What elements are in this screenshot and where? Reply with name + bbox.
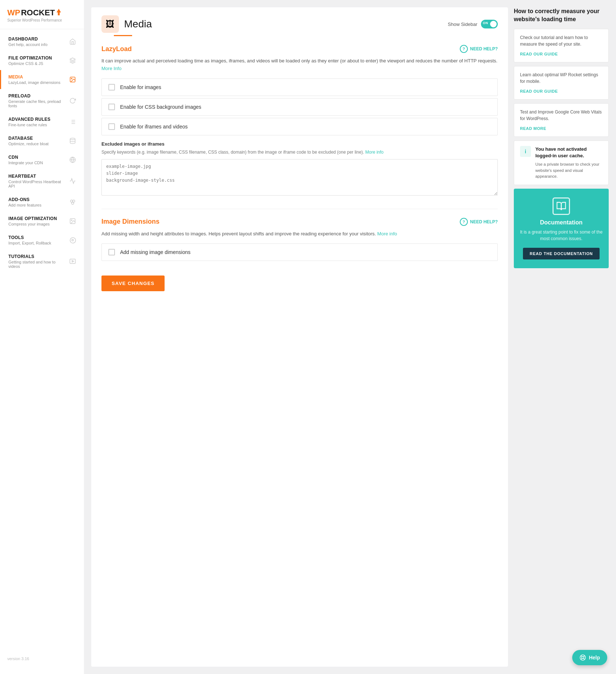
center-panel: 🖼 Media Show Sidebar ON LazyLoad ? NEE [91,7,508,667]
sidebar-item-add-ons[interactable]: ADD-ONS Add more features [0,193,84,212]
help-float-button[interactable]: Help [572,650,607,665]
info-card-2-text: Test and Improve Google Core Web Vitals … [520,109,602,122]
info-card-2-link[interactable]: READ MORE [520,126,546,131]
svg-line-23 [581,656,582,657]
checkbox-enable-css-bg[interactable]: Enable for CSS background images [101,98,498,116]
home-icon [69,38,77,46]
sidebar-item-advanced-rules[interactable]: ADVANCED RULES Fine-tune cache rules [0,112,84,131]
svg-point-3 [71,78,72,79]
info-card-1: Learn about optimal WP Rocket settings f… [514,66,609,100]
addon-icon [69,198,77,206]
lazyload-need-help[interactable]: ? NEED HELP? [460,45,498,53]
svg-point-13 [70,200,73,202]
checkbox-box-iframes [108,123,115,130]
book-icon [553,197,570,215]
docs-button[interactable]: READ THE DOCUMENTATION [523,248,599,259]
sidebar-item-file-optimization[interactable]: FILE OPTIMIZATION Optimize CSS & JS [0,51,84,70]
nav-items: DASHBOARD Get help, account info FILE OP… [0,29,84,651]
help-circle-icon-2: ? [460,218,468,226]
docs-desc: It is a great starting point to fix some… [520,229,603,242]
info-card-0-text: Check our tutorial and learn how to meas… [520,34,602,47]
info-card-0-link[interactable]: READ OUR GUIDE [520,52,558,56]
svg-point-14 [73,200,75,202]
sidebar-item-tools[interactable]: TOOLS Import, Export, Rollback [0,231,84,250]
excluded-more-info-link[interactable]: More info [365,150,384,155]
svg-marker-0 [57,9,61,15]
image-dimensions-more-info-link[interactable]: More info [377,231,397,236]
svg-rect-19 [70,259,76,263]
excluded-title: Excluded images or iframes [101,141,498,147]
svg-line-25 [584,656,585,657]
checkbox-box-css-bg [108,104,115,110]
warning-subtitle: Use a private browser to check your webs… [535,161,602,180]
sidebar-item-tutorials[interactable]: TUTORIALS Getting started and how to vid… [0,250,84,273]
info-card-2: Test and Improve Google Core Web Vitals … [514,103,609,137]
svg-line-24 [584,658,585,659]
excluded-desc: Specify keywords (e.g. image filename, C… [101,149,498,155]
refresh-icon [69,97,77,105]
lazyload-title: LazyLoad [101,45,132,53]
sidebar: WP ROCKET Superior WordPress Performance… [0,0,84,674]
svg-marker-1 [70,58,76,61]
video-icon [69,257,77,265]
lazyload-header: LazyLoad ? NEED HELP? [101,45,498,53]
show-sidebar-area: Show Sidebar ON [448,20,498,28]
checkbox-label-images: Enable for images [120,84,161,90]
excluded-section: Excluded images or iframes Specify keywo… [101,141,498,197]
image-dimensions-header: Image Dimensions ? NEED HELP? [101,218,498,226]
version-label: version 3.16 [0,651,84,667]
toggle-knob [490,21,497,27]
sidebar-item-cdn[interactable]: CDN Integrate your CDN [0,150,84,169]
checkbox-enable-iframes[interactable]: Enable for iframes and videos [101,118,498,135]
info-card-1-link[interactable]: READ OUR GUIDE [520,89,558,93]
warning-card: i You have not activated logged-in user … [514,140,609,185]
sidebar-item-dashboard[interactable]: DASHBOARD Get help, account info [0,32,84,51]
help-circle-icon: ? [460,45,468,53]
info-card-0: Check our tutorial and learn how to meas… [514,29,609,62]
excluded-textarea[interactable] [101,159,498,196]
layers-icon [69,57,77,65]
lazyload-section: LazyLoad ? NEED HELP? It can improve act… [101,45,498,197]
image-icon [69,76,77,84]
sidebar-item-media[interactable]: MEDIA LazyLoad, image dimensions [0,70,84,89]
page-title-area: 🖼 Media [101,15,152,33]
panel-content: LazyLoad ? NEED HELP? It can improve act… [91,36,508,300]
help-float-label: Help [589,655,600,660]
svg-point-15 [72,202,74,204]
checkbox-label-dimensions: Add missing image dimensions [120,249,190,255]
save-changes-button[interactable]: SAVE CHANGES [101,276,165,291]
lazyload-desc: It can improve actual and perceived load… [101,57,498,73]
image-dimensions-title: Image Dimensions [101,218,159,226]
warning-title: You have not activated logged-in user ca… [535,146,602,159]
toggle-switch[interactable]: ON [481,20,498,28]
docs-card: Documentation It is a great starting poi… [514,189,609,268]
sidebar-item-database[interactable]: DATABASE Optimize, reduce bloat [0,131,84,150]
checkbox-enable-images[interactable]: Enable for images [101,78,498,96]
sidebar-item-heartbeat[interactable]: HEARTBEAT Control WordPress Heartbeat AP… [0,169,84,193]
toggle-on-label: ON [483,21,488,25]
checkbox-label-iframes: Enable for iframes and videos [120,124,188,130]
image-dimensions-section: Image Dimensions ? NEED HELP? Add missin… [101,218,498,261]
section-divider [101,209,498,209]
page-title: Media [124,18,152,30]
sidebar-item-preload[interactable]: PRELOAD Generate cache files, preload fo… [0,89,84,112]
database-icon [69,137,77,145]
docs-title: Documentation [520,219,603,226]
sidebar-item-image-optimization[interactable]: IMAGE OPTIMIZATION Compress your images [0,212,84,231]
checkbox-box-images [108,84,115,90]
checkbox-add-missing-dimensions[interactable]: Add missing image dimensions [101,243,498,261]
page-icon: 🖼 [101,15,119,33]
page-header: 🖼 Media Show Sidebar ON [91,7,508,33]
rocket-icon [57,9,61,17]
list-icon [69,118,77,126]
info-card-1-text: Learn about optimal WP Rocket settings f… [520,72,602,85]
logo-area: WP ROCKET Superior WordPress Performance [0,0,84,29]
checkbox-box-dimensions [108,249,115,255]
image-opt-icon [69,217,77,225]
lazyload-more-info-link[interactable]: More Info [101,66,122,71]
help-float-icon [580,654,586,661]
right-panel-title: How to correctly measure your website's … [514,7,609,24]
heartbeat-icon [69,177,77,185]
svg-point-22 [582,656,584,659]
image-dimensions-need-help[interactable]: ? NEED HELP? [460,218,498,226]
